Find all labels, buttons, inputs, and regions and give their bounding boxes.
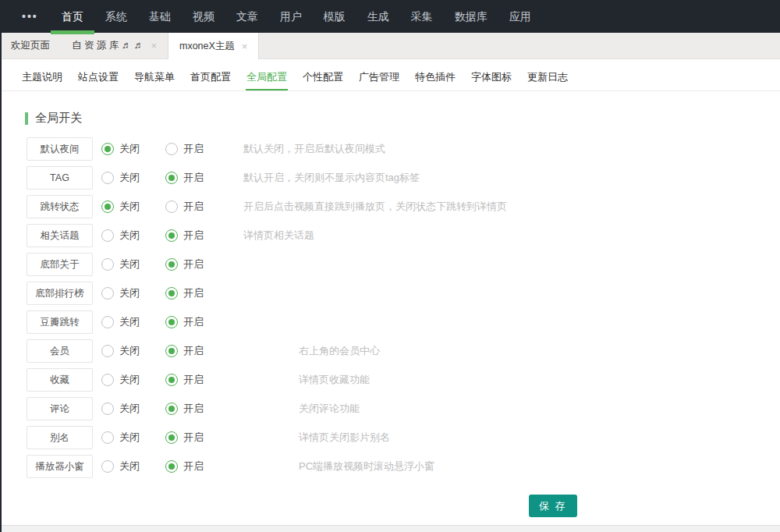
radio-on-icon[interactable] <box>165 316 178 328</box>
radio-option-on[interactable]: 开启 <box>165 344 217 358</box>
window-tab-1[interactable]: 欢迎页面 <box>0 33 61 59</box>
tab-close-icon[interactable]: × <box>151 41 157 51</box>
radio-off-icon[interactable] <box>101 345 114 357</box>
radio-option-on[interactable]: 开启 <box>165 459 217 473</box>
radio-off-icon[interactable] <box>101 431 114 444</box>
theme-tab-9[interactable]: 字体图标 <box>470 66 512 90</box>
topnav-item-9[interactable]: 采集 <box>408 0 436 33</box>
main-content: 主题说明 站点设置 导航菜单 首页配置 全局配置 个性配置 广告管理 特色插件 … <box>0 66 780 517</box>
radio-option-off[interactable]: 关闭 <box>101 459 153 473</box>
radio-on-icon[interactable] <box>165 172 178 184</box>
theme-tab-8[interactable]: 特色插件 <box>414 66 456 90</box>
switch-row-5: 底部关于 关闭 开启 <box>2 253 780 276</box>
tab-close-icon[interactable]: × <box>242 41 248 51</box>
radio-on-icon[interactable] <box>165 345 178 357</box>
radio-option-on[interactable]: 开启 <box>165 402 217 416</box>
topnav-item-4[interactable]: 视频 <box>190 0 218 33</box>
radio-on-icon[interactable] <box>165 374 178 386</box>
radio-off-icon[interactable] <box>101 316 114 328</box>
radio-on-icon[interactable] <box>165 258 178 271</box>
section-title: 全局开关 <box>35 111 82 126</box>
radio-option-off[interactable]: 关闭 <box>101 200 153 214</box>
switch-label-box: 收藏 <box>27 368 93 392</box>
more-menu-icon[interactable]: ••• <box>22 10 38 23</box>
active-nav-underline <box>51 30 94 34</box>
theme-tab-5[interactable]: 全局配置 <box>246 66 288 90</box>
radio-option-off[interactable]: 关闭 <box>101 229 153 243</box>
switch-row-6: 底部排行榜 关闭 开启 <box>2 282 780 305</box>
radio-option-on[interactable]: 开启 <box>165 315 217 329</box>
radio-off-icon[interactable] <box>101 143 114 155</box>
topnav-item-11[interactable]: 应用 <box>506 0 534 33</box>
radio-option-off[interactable]: 关闭 <box>101 402 153 416</box>
switch-row-1: 默认夜间 关闭 开启 默认关闭，开启后默认夜间模式 <box>2 137 780 161</box>
switch-description: 开启后点击视频直接跳到播放页，关闭状态下跳转到详情页 <box>243 200 507 214</box>
switch-description: 详情页收藏功能 <box>299 373 370 387</box>
radio-option-off[interactable]: 关闭 <box>101 315 153 329</box>
radio-off-icon[interactable] <box>101 229 114 242</box>
radio-option-on[interactable]: 开启 <box>165 286 217 300</box>
switch-row-10: 评论 关闭 开启 关闭评论功能 <box>2 397 780 420</box>
switch-row-8: 会员 关闭 开启 右上角的会员中心 <box>2 339 780 363</box>
topnav-item-8[interactable]: 生成 <box>364 0 392 33</box>
horizontal-scrollbar-track[interactable] <box>0 525 780 532</box>
radio-off-icon[interactable] <box>101 374 114 386</box>
theme-tab-4[interactable]: 首页配置 <box>190 66 232 90</box>
topnav-item-10[interactable]: 数据库 <box>452 0 491 33</box>
radio-option-on[interactable]: 开启 <box>165 257 217 271</box>
radio-on-icon[interactable] <box>165 229 178 242</box>
radio-option-off[interactable]: 关闭 <box>101 257 153 271</box>
topnav-item-2[interactable]: 系统 <box>102 0 130 33</box>
window-tabstrip: 欢迎页面 自 资 源 库 ♬ ♬ × mxoneX主题 × <box>0 33 780 59</box>
topnav-item-1[interactable]: 首页 <box>58 0 87 33</box>
topnav-item-7[interactable]: 模版 <box>321 0 349 33</box>
radio-on-icon[interactable] <box>165 287 178 300</box>
radio-off-icon[interactable] <box>101 460 114 473</box>
theme-tab-3[interactable]: 导航菜单 <box>133 66 176 90</box>
top-navbar: ••• 首页 系统 基础 视频 文章 用户 模版 生成 采集 数据库 <box>0 0 780 33</box>
radio-option-off[interactable]: 关闭 <box>101 431 153 445</box>
radio-option-off[interactable]: 关闭 <box>101 171 153 185</box>
radio-option-on[interactable]: 开启 <box>165 142 217 156</box>
radio-on-icon[interactable] <box>165 460 178 473</box>
switch-description: PC端播放视频时滚动悬浮小窗 <box>299 459 434 473</box>
switch-row-4: 相关话题 关闭 开启 详情页相关话题 <box>2 224 780 247</box>
topnav-item-3[interactable]: 基础 <box>146 0 174 33</box>
radio-off-icon[interactable] <box>101 172 114 184</box>
radio-option-on[interactable]: 开启 <box>165 200 217 214</box>
window-tab-2[interactable]: 自 资 源 库 ♬ ♬ × <box>61 33 168 59</box>
radio-option-on[interactable]: 开启 <box>165 229 217 243</box>
radio-option-on[interactable]: 开启 <box>165 373 217 387</box>
switch-label-box: TAG <box>27 166 93 190</box>
radio-off-icon[interactable] <box>101 287 114 300</box>
theme-tab-6[interactable]: 个性配置 <box>302 66 344 90</box>
switch-label-box: 相关话题 <box>27 224 93 247</box>
save-button[interactable]: 保 存 <box>529 495 577 517</box>
theme-tab-10[interactable]: 更新日志 <box>526 66 569 90</box>
radio-on-icon[interactable] <box>165 143 178 155</box>
radio-on-icon[interactable] <box>165 403 178 415</box>
window-tab-3[interactable]: mxoneX主题 × <box>168 33 259 59</box>
switch-label-box: 跳转状态 <box>27 195 93 218</box>
radio-option-on[interactable]: 开启 <box>165 171 217 185</box>
radio-on-icon[interactable] <box>165 431 178 444</box>
radio-option-on[interactable]: 开启 <box>165 431 217 445</box>
radio-option-off[interactable]: 关闭 <box>101 142 153 156</box>
radio-off-icon[interactable] <box>101 258 114 271</box>
radio-option-off[interactable]: 关闭 <box>101 286 153 300</box>
switch-row-7: 豆瓣跳转 关闭 开启 <box>2 310 780 334</box>
radio-option-off[interactable]: 关闭 <box>101 344 153 358</box>
switch-row-3: 跳转状态 关闭 开启 开启后点击视频直接跳到播放页，关闭状态下跳转到详情页 <box>2 195 780 218</box>
switch-description: 默认开启，关闭则不显示内容页tag标签 <box>243 171 420 185</box>
topnav-item-5[interactable]: 文章 <box>233 0 261 33</box>
radio-on-icon[interactable] <box>165 200 178 213</box>
switch-description: 默认关闭，开启后默认夜间模式 <box>243 142 385 156</box>
radio-off-icon[interactable] <box>101 403 114 415</box>
theme-tab-1[interactable]: 主题说明 <box>21 66 63 90</box>
topnav-item-6[interactable]: 用户 <box>277 0 305 33</box>
radio-off-icon[interactable] <box>101 200 114 213</box>
theme-tab-7[interactable]: 广告管理 <box>358 66 400 90</box>
radio-option-off[interactable]: 关闭 <box>101 373 153 387</box>
theme-tab-2[interactable]: 站点设置 <box>77 66 119 90</box>
switch-label-box: 豆瓣跳转 <box>27 310 93 334</box>
